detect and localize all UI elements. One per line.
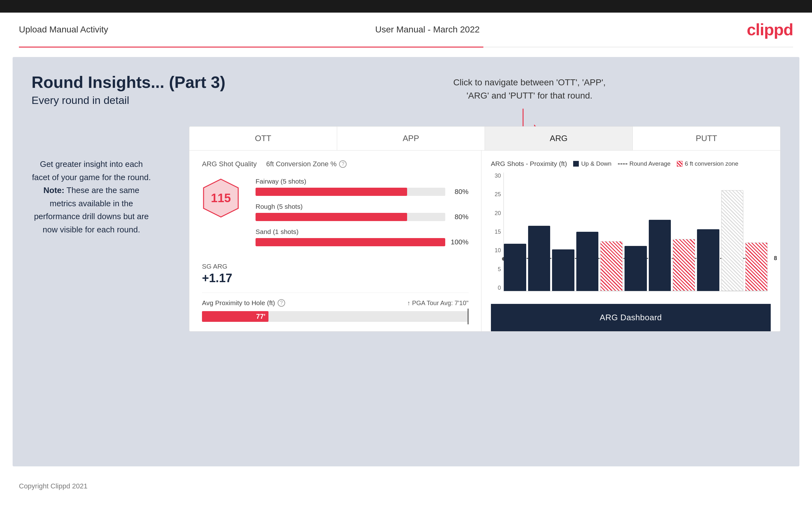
sg-label: SG ARG: [202, 263, 468, 270]
y-label-20: 20: [495, 210, 501, 217]
header: Upload Manual Activity User Manual - Mar…: [0, 13, 812, 47]
y-label-0: 0: [498, 285, 501, 291]
bar-dark-2: [528, 226, 551, 291]
hexagon-value: 115: [211, 191, 231, 205]
legend-square-icon: [573, 161, 579, 167]
chart-col-8: [673, 173, 695, 291]
chart-header: ARG Shots - Proximity (ft) Up & Down Rou…: [491, 160, 771, 168]
y-label-15: 15: [495, 229, 501, 235]
tab-app[interactable]: APP: [337, 127, 485, 150]
bar-track-sand: 100%: [256, 238, 468, 246]
conversion-zone-label: 6ft Conversion Zone % ?: [266, 160, 347, 168]
pga-avg: ↑ PGA Tour Avg: 7'10": [407, 299, 468, 307]
chart-col-9: [697, 173, 719, 291]
chart-col-11: [745, 173, 768, 291]
bar-row-fairway: Fairway (5 shots) 80%: [256, 178, 468, 196]
bar-bg-sand: [256, 238, 445, 246]
legend-round-avg: Round Average: [618, 160, 671, 167]
bar-dark-9: [697, 229, 719, 291]
page-title: Round Insights... (Part 3): [32, 73, 780, 92]
page-subtitle: Every round in detail: [32, 94, 780, 106]
card-body: ARG Shot Quality 6ft Conversion Zone % ?…: [189, 151, 780, 331]
chart-col-7: [649, 173, 671, 291]
bar-bg-rough: [256, 213, 445, 221]
header-divider: [19, 47, 793, 48]
bar-dark-1: [504, 244, 526, 291]
proximity-header: Avg Proximity to Hole (ft) ? ↑ PGA Tour …: [202, 299, 468, 307]
bar-pct-sand: 100%: [450, 238, 468, 246]
tab-ott[interactable]: OTT: [189, 127, 337, 150]
chart-area: 30 25 20 15 10 5 0 8: [491, 169, 771, 304]
bar-label-sand: Sand (1 shots): [256, 228, 468, 235]
card-right: ARG Shots - Proximity (ft) Up & Down Rou…: [481, 151, 780, 331]
upload-manual-label: Upload Manual Activity: [19, 24, 108, 35]
proximity-title: Avg Proximity to Hole (ft) ?: [202, 299, 285, 307]
proximity-cursor: [468, 308, 468, 324]
main-content: Round Insights... (Part 3) Every round i…: [13, 57, 799, 466]
hexagon-container: 115 Fairway (5 shots) 80%: [202, 178, 468, 253]
bar-fill-sand: [256, 238, 445, 246]
bar-fill-rough: [256, 213, 407, 221]
chart-columns: 8: [504, 173, 768, 291]
bars-section: Fairway (5 shots) 80% Rough (5 shots): [256, 178, 468, 253]
top-bar: [0, 0, 812, 13]
bar-fill-fairway: [256, 188, 407, 196]
legend-conversion-zone: 6 ft conversion zone: [677, 160, 738, 167]
tab-putt[interactable]: PUTT: [633, 127, 780, 150]
section-headers: ARG Shot Quality 6ft Conversion Zone % ?: [202, 160, 468, 168]
bar-hatch-11: [745, 242, 768, 291]
bar-track-fairway: 80%: [256, 188, 468, 196]
chart-col-3: [552, 173, 574, 291]
proximity-bar-fill: 77': [202, 311, 268, 322]
bar-hatch-8: [673, 239, 695, 291]
left-description: Get greater insight into each facet of y…: [32, 158, 151, 236]
chart-col-10: [721, 173, 744, 291]
arg-dashboard-button[interactable]: ARG Dashboard: [491, 304, 771, 331]
proximity-section: Avg Proximity to Hole (ft) ? ↑ PGA Tour …: [202, 292, 468, 322]
chart-col-2: [528, 173, 551, 291]
manual-title: User Manual - March 2022: [375, 24, 479, 35]
bar-hatch-5: [600, 241, 623, 291]
bar-row-rough: Rough (5 shots) 80%: [256, 203, 468, 221]
proximity-bar-track: 77': [202, 311, 468, 322]
clippd-logo: clippd: [747, 20, 793, 39]
chart-col-4: [576, 173, 599, 291]
sg-section: SG ARG +1.17: [202, 263, 468, 285]
bar-dark-6: [624, 246, 647, 291]
proximity-value: 77': [256, 313, 266, 321]
ref-label: 8: [774, 255, 777, 262]
bar-row-sand: Sand (1 shots) 100%: [256, 228, 468, 246]
bar-label-rough: Rough (5 shots): [256, 203, 468, 210]
description-text: Get greater insight into each facet of y…: [32, 159, 151, 234]
arg-shot-quality-label: ARG Shot Quality: [202, 160, 257, 168]
tabs: OTT APP ARG PUTT: [189, 127, 780, 151]
chart-col-6: [624, 173, 647, 291]
note-bold: Note:: [44, 185, 64, 195]
y-label-5: 5: [498, 266, 501, 273]
bar-tallhatch-10: [721, 190, 744, 291]
proximity-info-icon[interactable]: ?: [277, 299, 285, 307]
bar-track-rough: 80%: [256, 213, 468, 221]
copyright: Copyright Clippd 2021: [19, 482, 88, 490]
chart-title: ARG Shots - Proximity (ft): [491, 160, 567, 168]
bar-dark-4: [576, 232, 599, 291]
bar-label-fairway: Fairway (5 shots): [256, 178, 468, 185]
y-label-25: 25: [495, 191, 501, 198]
legend-hatched-icon: [677, 161, 682, 167]
legend-up-down: Up & Down: [573, 160, 611, 167]
bar-pct-fairway: 80%: [450, 188, 468, 196]
nav-hint-text: Click to navigate between 'OTT', 'APP','…: [453, 77, 606, 101]
info-icon[interactable]: ?: [339, 160, 347, 168]
tab-arg[interactable]: ARG: [485, 127, 633, 150]
bar-dark-7: [649, 220, 671, 291]
y-label-30: 30: [495, 173, 501, 179]
bar-pct-rough: 80%: [450, 213, 468, 221]
sg-value: +1.17: [202, 272, 468, 285]
card-left: ARG Shot Quality 6ft Conversion Zone % ?…: [189, 151, 481, 331]
hexagon-badge: 115: [202, 178, 240, 219]
footer: Copyright Clippd 2021: [0, 476, 812, 497]
y-labels: 30 25 20 15 10 5 0: [491, 173, 502, 291]
chart-col-5: [600, 173, 623, 291]
bar-dark-3: [552, 249, 574, 291]
chart-col-1: [504, 173, 526, 291]
